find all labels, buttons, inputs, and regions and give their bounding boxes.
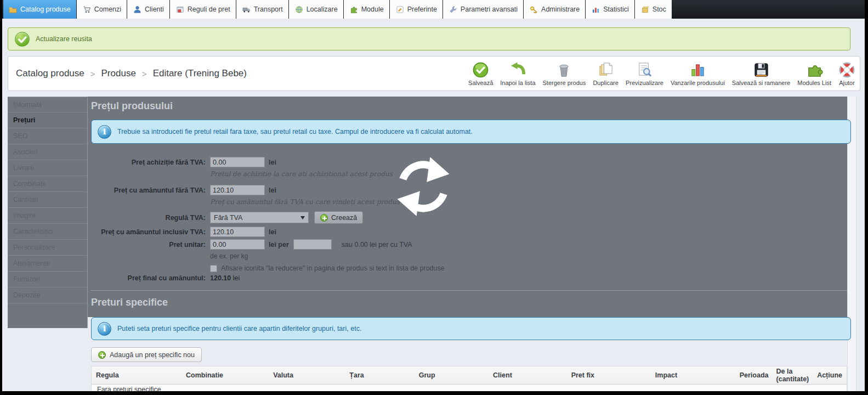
dropdown-caret-icon [300,216,305,219]
delete-product-button[interactable]: Stergere produs [543,61,586,86]
lifebuoy-icon [838,61,855,78]
on-sale-checkbox[interactable] [210,265,217,272]
retail-incl-tax-label: Preț cu amănuntul inclusiv TVA: [91,228,206,236]
box-icon [641,5,649,14]
tab-label: Localizare [307,5,338,13]
bar-chart-icon [592,5,600,14]
unit-price-input[interactable] [210,239,265,250]
tab-clienti[interactable]: Clienti [127,0,170,19]
tax-rule-selected-value: Fără TVA [214,214,242,222]
col-grup: Grup [393,371,461,379]
sidebar-item-seo[interactable]: SEO [8,128,87,144]
preview-icon [636,61,653,78]
product-sales-button[interactable]: Vanzarile produsului [671,61,725,86]
key-icon [530,5,538,14]
add-specific-price-button[interactable]: Adaugă un preț specific nou [91,347,202,362]
sidebar-item-imagini[interactable]: Imagini [8,208,87,224]
specific-prices-info-banner: i Puteti seta preturi specifice pentru c… [91,317,851,340]
unit-price-per-input[interactable] [293,239,332,250]
refresh-spinner-icon [389,153,457,221]
plus-icon [320,214,328,222]
breadcrumb-separator: > [142,69,147,78]
breadcrumb-item-catalog[interactable]: Catalog produse [16,68,84,79]
tab-label: Module [361,5,384,13]
sidebar-item-combinatii[interactable]: Combinații [8,176,87,192]
breadcrumb: Catalog produse > Produse > Editare (Tre… [16,68,247,79]
unit-price-suffix: sau 0.00 lei per cu TVA [342,241,412,249]
sidebar-item-asocieri[interactable]: Asocieri [8,144,87,160]
back-to-list-button[interactable]: Inapoi la lista [500,61,535,86]
create-tax-rule-button[interactable]: Creează [314,211,363,224]
tab-parametri-avansati[interactable]: Parametri avansati [443,0,524,19]
info-icon: i [98,322,111,336]
sidebar-item-livrare[interactable]: Livrare [8,160,87,176]
globe-icon [295,5,303,14]
tab-catalog-produse[interactable]: Catalog produse [3,0,77,19]
success-check-icon [15,32,30,47]
col-client: Client [461,371,544,379]
sidebar-item-atasamente[interactable]: Atașamente [8,256,87,272]
tax-rule-select[interactable]: Fără TVA [210,212,309,223]
sidebar-item-personalizare[interactable]: Personalizare [8,240,87,256]
sales-chart-icon [689,61,706,78]
col-de-la-cantitate: De la (cantitate) [776,368,818,383]
final-price-value: 120.10 lei [210,274,240,282]
col-tara: Țara [320,371,393,379]
tab-statistici[interactable]: Statistici [586,0,635,19]
purchase-price-help: Pretul de achizitie la care ati achiziti… [210,170,393,178]
table-header-row: Regula Combinatie Valuta Țara Grup Clien… [91,366,847,385]
retail-incl-tax-input[interactable] [210,227,265,237]
tax-rule-label: Regulă TVA: [91,214,206,222]
trash-icon [555,61,572,78]
help-button[interactable]: Ajutor [838,61,855,86]
duplicate-button[interactable]: Duplicare [593,61,618,86]
admin-page: Catalog produse Comenzi Clienti Reguli d… [2,0,865,391]
tab-module[interactable]: Module [344,0,390,19]
sidebar-item-informatii[interactable]: Informatii [8,97,87,112]
price-rules-icon [176,5,184,14]
purchase-price-input[interactable] [210,157,265,167]
section-divider [91,290,847,291]
specific-prices-info-text: Puteti seta preturi specifice pentru cli… [117,325,361,332]
module-puzzle-icon [806,61,823,78]
plus-icon [98,351,106,359]
specific-prices-table: Regula Combinatie Valuta Țara Grup Clien… [91,366,847,391]
product-toolbar: Salvează Inapoi la lista Stergere produs… [468,61,855,86]
wrench-icon [449,5,457,14]
tab-label: Catalog produse [20,5,71,13]
tab-label: Transport [254,5,283,13]
breadcrumb-item-editare: Editare (Trening Bebe) [153,68,247,79]
add-button-label: Adaugă un preț specific nou [110,351,195,359]
truck-icon [242,5,251,14]
tab-preferinte[interactable]: Preferinte [390,0,443,19]
toolitem-label: Stergere produs [543,80,586,86]
tab-localizare[interactable]: Localizare [289,0,344,19]
tab-administrare[interactable]: Administrare [524,0,586,19]
sidebar-item-furnizori[interactable]: Furnizori [8,272,87,287]
breadcrumb-item-produse[interactable]: Produse [101,68,136,79]
retail-incl-tax-unit: lei [269,228,276,236]
sidebar-item-cantitati[interactable]: Cantitati [8,192,87,208]
unit-price-help: de ex. per kg [210,252,248,260]
preview-button[interactable]: Previzualizare [626,61,663,86]
sidebar-item-preturi[interactable]: Prețuri [8,112,87,128]
col-impact: Impact [622,371,711,379]
toolitem-label: Ajutor [839,80,855,86]
sidebar-item-depozite[interactable]: Depozite [8,287,87,303]
save-and-stay-button[interactable]: Salvează si ramanere [732,61,790,86]
modules-list-button[interactable]: Modules List [797,61,831,86]
tab-stoc[interactable]: Stoc [635,0,672,19]
product-tabs-sidebar: Informatii Prețuri SEO Asocieri Livrare … [8,97,88,328]
tab-transport[interactable]: Transport [236,0,289,19]
retail-price-input[interactable] [210,185,265,195]
folder-icon [9,5,17,14]
sidebar-item-caracteristici[interactable]: Caracteristici [8,224,87,240]
tab-comenzi[interactable]: Comenzi [77,0,127,19]
tab-label: Stoc [653,5,666,13]
table-empty-row: Fara preturi specifice [91,385,847,391]
tab-reguli-de-pret[interactable]: Reguli de pret [170,0,236,19]
save-check-icon [472,61,489,78]
save-button[interactable]: Salvează [468,61,493,86]
note-pencil-icon [396,5,404,14]
col-regula: Regula [96,371,163,379]
